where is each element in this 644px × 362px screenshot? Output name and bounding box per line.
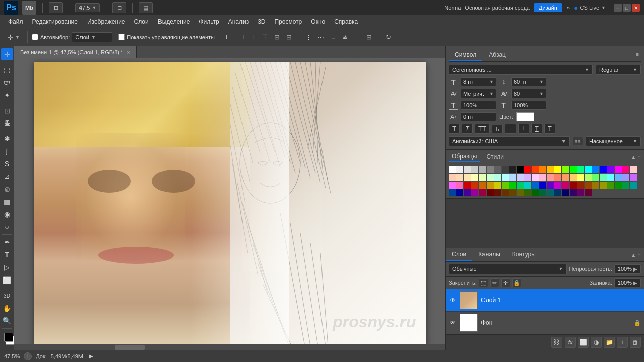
swatch-color[interactable] [532,166,539,173]
align-left-icon[interactable]: ⊢ [223,32,234,43]
swatch-color[interactable] [615,182,622,189]
swatch-color[interactable] [502,189,509,196]
swatch-color[interactable] [449,182,456,189]
layout2-btn[interactable]: ▤ [139,2,153,13]
leading-input[interactable]: 60 пт ▼ [511,77,546,86]
swatch-color[interactable] [524,174,531,181]
mb-icon[interactable]: Mb [22,1,36,15]
swatch-color[interactable] [539,166,546,173]
swatch-color[interactable] [562,182,569,189]
swatch-color[interactable] [539,174,546,181]
swatch-color[interactable] [622,174,629,181]
swatch-color[interactable] [539,189,546,196]
swatch-color[interactable] [494,189,501,196]
swatch-color[interactable] [464,182,471,189]
swatch-color[interactable] [547,189,554,196]
tracking-input[interactable]: 80 ▼ [511,89,546,98]
swatch-color[interactable] [479,166,486,173]
swatch-color[interactable] [487,182,494,189]
swatch-color[interactable] [630,182,637,189]
brush-tool[interactable]: ∫ [1,145,13,157]
magic-wand-tool[interactable]: ✦ [1,89,13,101]
distrib-center-v-icon[interactable]: ⋯ [315,32,327,43]
swatch-color[interactable] [577,174,584,181]
close-button[interactable]: ✕ [632,4,640,12]
fill-input[interactable]: 100% ▶ [614,278,641,287]
font-size-input[interactable]: 8 пт ▼ [461,77,496,86]
scale-h-input[interactable]: 100% [511,101,546,110]
style-italic-btn[interactable]: T [462,124,473,134]
kerning-input[interactable]: Метрич. ▼ [461,89,496,98]
swatch-color[interactable] [494,166,501,173]
swatch-color[interactable] [487,166,494,173]
layer-delete-btn[interactable]: 🗑 [630,337,641,348]
swatch-color[interactable] [592,182,599,189]
dodge-tool[interactable]: ○ [1,221,13,233]
distrib-left-icon[interactable]: ⋮ [303,32,314,43]
align-center-v-icon[interactable]: ⊣ [235,32,247,43]
swatch-color[interactable] [494,182,501,189]
tab-paths[interactable]: Контуры [506,248,542,261]
align-top-icon[interactable]: ⊤ [260,32,271,43]
swatch-color[interactable] [577,182,584,189]
swatch-color[interactable] [471,174,478,181]
style-allcaps-btn[interactable]: TT [475,124,490,134]
autoselect-checkbox[interactable] [32,34,38,40]
swatch-color[interactable] [464,189,471,196]
canvas-rotate-icon[interactable]: ↻ [383,32,394,43]
lock-move-btn[interactable]: ✛ [501,278,510,287]
swatch-color[interactable] [456,166,463,173]
zoom-dropdown[interactable]: 47,5 ▼ [75,3,100,12]
style-smallcaps-btn[interactable]: Tr [492,125,503,133]
layer-group-btn[interactable]: 📁 [604,337,615,348]
tab-symbol[interactable]: Символ [449,49,482,61]
swatch-color[interactable] [554,166,561,173]
menu-edit[interactable]: Редактирование [28,17,82,27]
canvas-tab[interactable]: Без имени-1 @ 47,5% (Слой 1, RGB/8) * × [14,46,137,58]
canvas-tab-close[interactable]: × [127,49,130,55]
pen-tool[interactable]: ✒ [1,236,13,248]
move-tool-options[interactable]: ✛ ▼ [4,31,23,43]
lock-paint-btn[interactable]: ✏ [490,278,499,287]
tab-channels[interactable]: Каналы [472,248,506,261]
swatch-color[interactable] [487,189,494,196]
swatch-color[interactable] [509,182,516,189]
swatch-color[interactable] [547,174,554,181]
swatch-color[interactable] [539,182,546,189]
swatch-color[interactable] [464,166,471,173]
move-tool[interactable]: ✛ [1,48,13,60]
blur-tool[interactable]: ◉ [1,208,13,220]
swatch-color[interactable] [600,182,607,189]
style-bold-btn[interactable]: T [449,124,460,134]
menu-image[interactable]: Изображение [83,17,129,27]
layers-collapse-btn[interactable]: ▲ [631,252,636,258]
swatch-color[interactable] [456,182,463,189]
healing-brush-tool[interactable]: ✱ [1,133,13,145]
layer-mask-btn[interactable]: ⬜ [578,337,589,348]
swatch-color[interactable] [502,166,509,173]
swatch-color[interactable] [517,174,524,181]
distrib-top-icon[interactable]: ≢ [340,32,351,43]
align-bottom-icon[interactable]: ⊟ [284,32,295,43]
style-super-btn[interactable]: T, [505,124,516,133]
swatches-collapse-btn[interactable]: ▲ [631,154,636,160]
swatch-color[interactable] [524,166,531,173]
lasso-tool[interactable]: ლ [1,76,13,88]
swatch-color[interactable] [471,182,478,189]
style-underline-btn[interactable]: T [531,124,542,134]
menu-view[interactable]: Просмотр [270,17,306,27]
layer-new-btn[interactable]: + [617,337,628,348]
style-strikethrough-btn[interactable]: T [544,124,555,134]
swatch-color[interactable] [509,189,516,196]
swatch-color[interactable] [607,182,614,189]
foreground-color[interactable] [4,333,13,342]
cslive-area[interactable]: ● CS Live ▼ [574,4,606,12]
swatch-color[interactable] [547,166,554,173]
canvas-scroll-h[interactable] [14,344,445,350]
tab-layers[interactable]: Слои [446,248,472,261]
swatch-color[interactable] [592,166,599,173]
style-sub-btn[interactable]: T. [518,124,529,134]
swatch-color[interactable] [479,174,486,181]
eyedropper-tool[interactable]: 🖶 [1,117,13,129]
show-controls-checkbox[interactable] [118,34,125,40]
